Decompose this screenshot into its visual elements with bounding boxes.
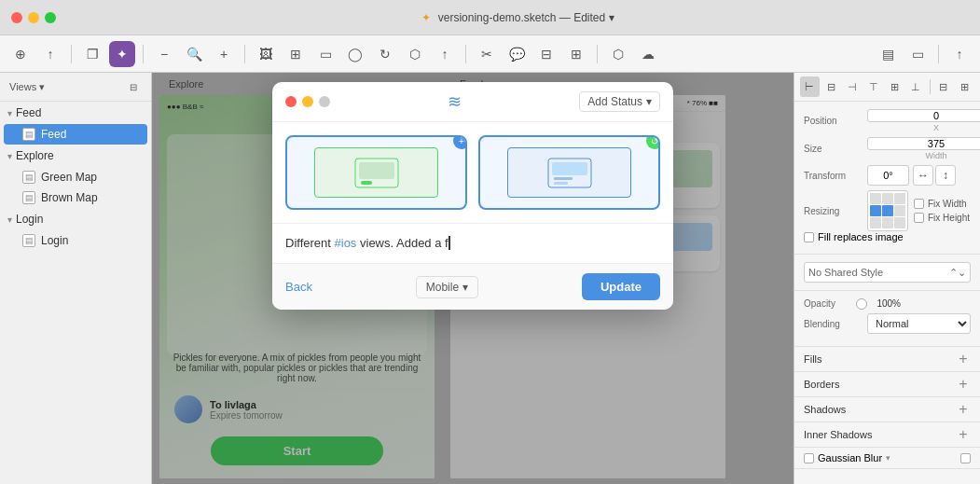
fills-row: Fills + [794,347,980,372]
toolbar-separator-3 [244,45,245,63]
zoom-in-button[interactable]: + [211,41,237,67]
comment-button[interactable]: 💬 [504,41,530,67]
sidebar-item-green-map[interactable]: ▤ Green Map [0,167,151,187]
sidebar-section-feed[interactable]: ▾ Feed [0,102,151,124]
update-button[interactable]: Update [582,273,660,300]
x-input[interactable] [867,109,980,122]
align-button[interactable]: ⊞ [563,41,589,67]
width-input[interactable] [867,137,980,150]
fix-height-checkbox[interactable] [914,213,924,223]
page-icon-3: ▤ [22,191,35,204]
sync-icon: ≋ [448,92,462,111]
sidebar-item-brown-map[interactable]: ▤ Brown Map [0,187,151,208]
sidebar-section-login[interactable]: ▾ Login [0,208,151,230]
export-button[interactable]: ↑ [432,41,458,67]
x-group: X [867,109,980,132]
modal-traffic-lights [285,96,330,107]
upload-button[interactable]: ↑ [946,41,973,67]
copy-button[interactable]: ❐ [79,41,105,67]
maximize-button[interactable] [45,12,56,23]
screen-button[interactable]: ▭ [904,41,931,67]
toolbar-separator-1 [71,45,72,63]
transform-row: Transform ↔ ↕ [804,165,971,186]
svg-rect-5 [554,177,573,180]
position-inputs: X Y [867,109,980,132]
align-center-h-button[interactable]: ⊟ [821,76,841,97]
connect-button[interactable]: ↻ [372,41,398,67]
gaussian-toggle-checkbox[interactable] [960,453,971,463]
minimize-button[interactable] [28,12,39,23]
symbol-button[interactable]: ✦ [109,41,135,67]
align-top-button[interactable]: ⊤ [863,76,883,97]
distribute-h-button[interactable]: ⊟ [933,76,953,97]
modal-preview: + ↺ [272,122,673,224]
position-label: Position [804,116,867,126]
width-group: Width [867,137,980,160]
add-button[interactable]: ⊕ [7,41,34,67]
insert-button[interactable]: ↑ [37,41,63,67]
green-map-label: Green Map [41,171,97,184]
canvas[interactable]: Explore Feed ●●● B&B ≈ 14:13 * 76% ■■ Pi… [152,73,794,484]
prototype-button[interactable]: ⬡ [605,41,631,67]
back-button[interactable]: Back [285,280,312,294]
cloud-button[interactable]: ☁ [635,41,661,67]
preview-card-inner-1 [314,147,439,197]
fix-width-checkbox[interactable] [914,199,924,209]
image-button[interactable]: 🖼 [253,41,279,67]
fills-add-button[interactable]: + [956,352,971,366]
gaussian-label-row: Gaussian Blur ▾ [804,452,890,463]
close-button[interactable] [11,12,22,23]
mobile-button[interactable]: Mobile ▾ [416,276,478,298]
grid-button[interactable]: ⊞ [283,41,309,67]
main-layout: Views ▾ ⊟ ▾ Feed ▤ Feed ▾ Explore ▤ Gree… [0,73,980,484]
modal-title-center: ≋ [330,91,579,112]
sidebar-item-feed[interactable]: ▤ Feed [4,124,147,145]
rd-cell-2 [882,193,893,204]
inner-shadows-add-button[interactable]: + [956,427,971,442]
preview-card-2: ↺ [478,135,660,210]
section-feed-label: Feed [16,106,41,119]
zoom-out-button[interactable]: − [151,41,177,67]
flow-button[interactable]: ⬡ [402,41,428,67]
zoom-button[interactable]: 🔍 [181,41,207,67]
add-status-button[interactable]: Add Status ▾ [579,91,660,112]
toolbar-separator-2 [143,45,144,63]
toolbar-separator-4 [465,45,466,63]
sidebar-collapse-button[interactable]: ⊟ [125,78,142,95]
modal-close-light[interactable] [285,96,297,107]
flip-v-button[interactable]: ↕ [935,165,956,186]
distribute-v-button[interactable]: ⊞ [955,76,974,97]
x-label: X [867,123,980,132]
resizing-label: Resizing [804,206,867,216]
gaussian-checkbox[interactable] [804,453,814,463]
align-right-button[interactable]: ⊣ [843,76,863,97]
shadows-add-button[interactable]: + [956,402,971,417]
arrange-button[interactable]: ⊟ [533,41,559,67]
rect-button[interactable]: ▭ [312,41,338,67]
panel-toggle-button[interactable]: ▤ [875,41,901,67]
fill-image-checkbox[interactable] [804,232,814,242]
rd-cell-6 [894,205,905,216]
shared-style-select[interactable]: No Shared Style ⌃⌄ [804,262,971,283]
flip-h-button[interactable]: ↔ [913,165,933,186]
preview-badge-add: + [453,135,467,149]
slice-button[interactable]: ✂ [474,41,500,67]
rotate-input[interactable] [867,165,909,186]
modal-title-bar: ≋ Add Status ▾ [272,82,673,122]
blending-row: Blending Normal [804,313,971,334]
oval-button[interactable]: ◯ [342,41,368,67]
borders-add-button[interactable]: + [956,377,971,392]
sidebar-item-login[interactable]: ▤ Login [0,230,151,251]
brown-map-label: Brown Map [41,191,98,204]
align-bottom-button[interactable]: ⊥ [906,76,926,97]
opacity-slider-thumb [856,298,867,310]
toolbar: ⊕ ↑ ❐ ✦ − 🔍 + 🖼 ⊞ ▭ ◯ ↻ ⬡ ↑ ✂ 💬 ⊟ ⊞ ⬡ ☁ … [0,35,980,73]
blending-select[interactable]: Normal [867,313,971,334]
modal-minimize-light[interactable] [302,96,313,107]
opacity-section: Opacity 100% Blending Normal [794,291,980,347]
align-center-v-button[interactable]: ⊞ [885,76,904,97]
shadows-label: Shadows [804,404,846,415]
align-left-button[interactable]: ⊢ [800,76,820,97]
opacity-value: 100% [873,298,901,309]
sidebar-section-explore[interactable]: ▾ Explore [0,145,151,167]
